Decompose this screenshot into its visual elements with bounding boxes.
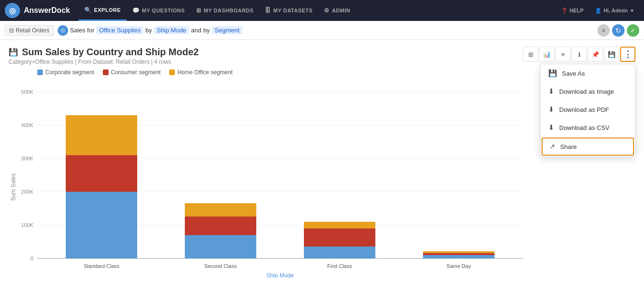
bar-first-homeoffice xyxy=(304,222,375,228)
svg-text:400K: 400K xyxy=(21,122,33,128)
chart-save-icon: 💾 xyxy=(9,48,18,57)
close-query-button[interactable]: × xyxy=(597,24,610,37)
dropdown-item-download-csv[interactable]: ⬇ Download as CSV xyxy=(541,118,635,137)
datasets-icon: 🗄 xyxy=(265,7,271,14)
help-icon: ❓ xyxy=(561,8,568,14)
dropdown-item-download-image[interactable]: ⬇ Download as Image xyxy=(541,82,635,100)
dropdown-item-download-pdf[interactable]: ⬇ Download as PDF xyxy=(541,100,635,118)
svg-text:500K: 500K xyxy=(21,89,33,95)
nav-item-questions[interactable]: 💬 MY QUESTIONS xyxy=(127,0,191,21)
dataset-tag[interactable]: ⊟ Retail Orders xyxy=(5,25,54,36)
y-axis-label: Sum Sales xyxy=(10,173,17,201)
svg-text:100K: 100K xyxy=(21,222,33,228)
legend-item-corporate: Corporate segment xyxy=(37,69,94,76)
chart-subtitle: Category=Office Supplies | From Dataset:… xyxy=(9,59,199,65)
bar-sameday-consumer xyxy=(423,253,494,255)
bar-standard-homeoffice xyxy=(66,115,137,155)
top-nav: ◎ AnswerDock 🔍 EXPLORE 💬 MY QUESTIONS ⊞ … xyxy=(0,0,644,21)
refresh-query-button[interactable]: ↻ xyxy=(612,24,624,37)
dropdown-item-share[interactable]: ↗ Share xyxy=(542,138,634,156)
bar-first-consumer xyxy=(304,228,375,247)
bar-chart: Sum Sales 500K 400K 300K 200K 100K 0 Sta… xyxy=(9,78,533,277)
bar-chart-button[interactable]: 📊 xyxy=(539,47,554,62)
legend-item-consumer: Consumer segment xyxy=(103,69,161,76)
bar-standard-corporate xyxy=(66,192,137,258)
user-icon: 👤 xyxy=(595,8,602,14)
admin-icon: ⚙ xyxy=(324,7,330,14)
svg-text:0: 0 xyxy=(30,256,33,261)
x-axis-label: Ship Mode xyxy=(266,272,294,277)
nav-item-explore[interactable]: 🔍 EXPLORE xyxy=(79,0,127,21)
questions-icon: 💬 xyxy=(132,7,140,14)
share-icon: ↗ xyxy=(549,142,555,151)
save-button[interactable]: 💾 xyxy=(604,47,619,62)
legend-item-homeoffice: Home Office segment xyxy=(169,69,232,76)
dashboards-icon: ⊞ xyxy=(196,7,201,14)
user-menu[interactable]: 👤 Hi, Admin ▼ xyxy=(590,0,639,21)
chart-title-section: 💾 Sum Sales by Country and Ship Mode2 Ca… xyxy=(9,47,199,65)
main-content: 💾 Sum Sales by Country and Ship Mode2 Ca… xyxy=(0,40,644,284)
confirm-query-button[interactable]: ✓ xyxy=(627,24,639,37)
query-term-1: Office Supplies xyxy=(96,26,143,34)
bar-second-homeoffice xyxy=(185,203,256,217)
bar-standard-consumer xyxy=(66,155,137,192)
label-first: First Class xyxy=(327,263,352,269)
chart-header: 💾 Sum Sales by Country and Ship Mode2 Ca… xyxy=(9,47,635,65)
help-btn[interactable]: ❓ HELP xyxy=(556,0,588,21)
label-standard: Standard Class xyxy=(83,263,120,269)
pin-button[interactable]: 📌 xyxy=(588,47,603,62)
legend-color-homeoffice xyxy=(169,69,175,75)
bar-sameday-homeoffice xyxy=(423,251,494,253)
query-icon: ◎ xyxy=(58,25,68,36)
chevron-down-icon: ▼ xyxy=(630,8,634,13)
bar-first-corporate xyxy=(304,247,375,258)
query-term-3: Segment xyxy=(212,26,242,34)
download-image-icon: ⬇ xyxy=(548,87,554,96)
query-term-2: Ship Mode xyxy=(154,26,189,34)
more-options-button[interactable]: ⋮ xyxy=(620,47,635,62)
label-sameday: Same Day xyxy=(446,263,471,269)
nav-item-datasets[interactable]: 🗄 MY DATASETS xyxy=(259,0,318,21)
table-icon: ⊟ xyxy=(9,27,14,34)
logo[interactable]: ◎ AnswerDock xyxy=(5,3,70,18)
logo-icon: ◎ xyxy=(5,3,20,18)
bar-second-consumer xyxy=(185,217,256,235)
explore-icon: 🔍 xyxy=(84,7,92,13)
nav-item-dashboards[interactable]: ⊞ MY DASHBOARDS xyxy=(191,0,259,21)
legend-color-consumer xyxy=(103,69,109,75)
legend-color-corporate xyxy=(37,69,43,75)
bar-second-corporate xyxy=(185,235,256,258)
chart-title: 💾 Sum Sales by Country and Ship Mode2 xyxy=(9,47,199,58)
table-view-button[interactable]: ⊞ xyxy=(523,47,538,62)
dropdown-menu: 💾 Save As ⬇ Download as Image ⬇ Download… xyxy=(540,64,635,157)
chart-toolbar: ⊞ 📊 ≡ ℹ 📌 💾 ⋮ 💾 Save As ⬇ Download as Im… xyxy=(523,47,635,62)
svg-text:200K: 200K xyxy=(21,189,33,195)
dropdown-item-save-as[interactable]: 💾 Save As xyxy=(541,64,635,82)
save-as-icon: 💾 xyxy=(548,69,557,78)
nav-item-admin[interactable]: ⚙ ADMIN xyxy=(318,0,356,21)
logo-text: AnswerDock xyxy=(24,6,70,15)
bar-sameday-corporate xyxy=(423,255,494,258)
download-pdf-icon: ⬇ xyxy=(548,105,554,114)
label-second: Second Class xyxy=(204,263,237,269)
list-view-button[interactable]: ≡ xyxy=(555,47,571,62)
breadcrumb-bar: ⊟ Retail Orders ◎ Sales for Office Suppl… xyxy=(0,21,644,40)
query-display: ◎ Sales for Office Supplies by Ship Mode… xyxy=(58,25,242,36)
svg-text:300K: 300K xyxy=(21,156,33,161)
download-csv-icon: ⬇ xyxy=(548,123,554,132)
info-button[interactable]: ℹ xyxy=(572,47,587,62)
